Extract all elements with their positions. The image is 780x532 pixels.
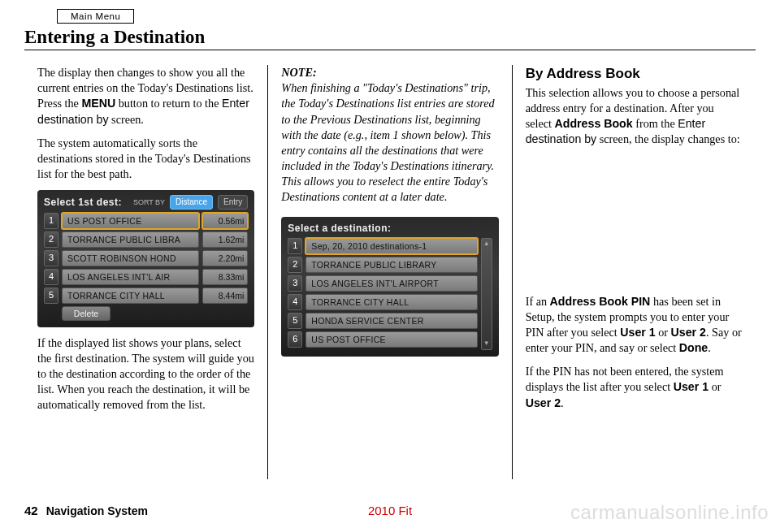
text: screen, the display changes to: (596, 132, 740, 145)
nav-screenshot-2: Select a destination: 1 Sep, 20, 2010 de… (281, 217, 498, 357)
user2-label: User 2 (671, 326, 706, 339)
row-number: 4 (288, 294, 302, 310)
content-columns: The display then changes to show you all… (24, 65, 756, 479)
page-number: 42 (24, 504, 38, 517)
sort-entry-pill[interactable]: Entry (218, 195, 248, 210)
model-year: 2010 Fit (368, 504, 412, 517)
row-name: Sep, 20, 2010 destinations-1 (306, 238, 477, 254)
column-2: NOTE: When finishing a "Today's Destinat… (267, 65, 511, 479)
row-name: TORRANCE PUBLIC LIBRA (62, 231, 199, 248)
note-body: When finishing a "Today's Destinations" … (281, 81, 494, 203)
address-book-label: Address Book (555, 117, 633, 130)
row-number: 6 (288, 331, 302, 348)
row-number: 3 (288, 275, 302, 292)
main-menu-button[interactable]: Main Menu (57, 9, 134, 24)
row-number: 1 (44, 213, 58, 229)
list-item[interactable]: 4 LOS ANGELES INT'L AIR 8.33mi (44, 269, 248, 285)
row-number: 1 (288, 238, 302, 254)
nav-header-label: Select a destination: (288, 222, 391, 235)
text: screen. (109, 113, 144, 126)
row-distance: 2.20mi (202, 250, 248, 266)
col3-para2: If an Address Book PIN has been set in S… (526, 294, 743, 357)
sort-distance-pill[interactable]: Distance (170, 195, 213, 210)
row-name: SCOTT ROBINSON HOND (62, 250, 199, 266)
list-item[interactable]: 1 US POST OFFICE 0.56mi (44, 213, 248, 229)
row-name: LOS ANGELES INT'L AIRPORT (306, 275, 477, 292)
col1-para3: If the displayed list shows your plans, … (37, 335, 254, 413)
text: from the (633, 117, 678, 130)
nav-header-label: Select 1st dest: (44, 196, 122, 209)
column-1: The display then changes to show you all… (24, 65, 267, 479)
row-name: HONDA SERVICE CENTER (306, 313, 477, 329)
list-item[interactable]: 3 LOS ANGELES INT'L AIRPORT (288, 275, 477, 292)
pin-label: Address Book PIN (550, 295, 651, 308)
image-placeholder (526, 156, 743, 294)
col3-para3: If the PIN has not been entered, the sys… (526, 364, 743, 411)
list-item[interactable]: 3 SCOTT ROBINSON HOND 2.20mi (44, 250, 248, 266)
nav-header: Select 1st dest: SORT BY Distance Entry (44, 195, 248, 210)
row-name: TORRANCE CITY HALL (62, 288, 199, 304)
row-distance: 8.44mi (202, 288, 248, 304)
list-item[interactable]: 5 TORRANCE CITY HALL 8.44mi (44, 288, 248, 304)
list-item[interactable]: 4 TORRANCE CITY HALL (288, 294, 477, 310)
col1-para2: The system automatically sorts the desti… (37, 136, 254, 183)
col1-para1: The display then changes to show you all… (37, 65, 254, 128)
list-item[interactable]: 5 HONDA SERVICE CENTER (288, 313, 477, 329)
menu-label: MENU (81, 97, 115, 110)
user1-label: User 1 (620, 326, 655, 339)
row-number: 2 (288, 257, 302, 273)
note-block: NOTE: When finishing a "Today's Destinat… (281, 65, 498, 205)
row-name: US POST OFFICE (62, 213, 199, 229)
row-number: 4 (44, 269, 58, 285)
text: or (656, 326, 671, 339)
subheading-address-book: By Address Book (526, 65, 743, 84)
row-distance: 1.62mi (202, 231, 248, 248)
delete-button[interactable]: Delete (62, 306, 110, 321)
row-distance: 8.33mi (202, 269, 248, 285)
done-label: Done (679, 341, 708, 354)
nav-header: Select a destination: (288, 222, 492, 235)
col3-para1: This selection allows you to choose a pe… (526, 85, 743, 148)
row-number: 3 (44, 250, 58, 266)
row-name: US POST OFFICE (306, 331, 477, 348)
watermark: carmanualsonline.info (570, 501, 769, 524)
page-title: Entering a Destination (24, 27, 756, 50)
row-name: LOS ANGELES INT'L AIR (62, 269, 199, 285)
sort-by-label: SORT BY (133, 197, 165, 207)
column-3: By Address Book This selection allows yo… (512, 65, 756, 479)
nav-screenshot-1: Select 1st dest: SORT BY Distance Entry … (37, 190, 254, 327)
text: . (708, 341, 711, 354)
text: If an (526, 295, 550, 308)
section-name: Navigation System (46, 504, 148, 517)
row-number: 2 (44, 231, 58, 248)
manual-page: Main Menu Entering a Destination The dis… (0, 0, 780, 532)
text: . (561, 396, 564, 409)
list-item[interactable]: 6 US POST OFFICE (288, 331, 477, 348)
list-item[interactable]: 1 Sep, 20, 2010 destinations-1 (288, 238, 477, 254)
list-item[interactable]: 2 TORRANCE PUBLIC LIBRARY (288, 257, 477, 273)
note-label: NOTE: (281, 66, 316, 79)
row-name: TORRANCE PUBLIC LIBRARY (306, 257, 477, 273)
row-number: 5 (44, 288, 58, 304)
text: button to return to the (115, 97, 222, 110)
text: or (708, 380, 721, 393)
user2-label: User 2 (526, 396, 561, 409)
scrollbar[interactable] (481, 238, 492, 350)
list-item[interactable]: 2 TORRANCE PUBLIC LIBRA 1.62mi (44, 231, 248, 248)
row-name: TORRANCE CITY HALL (306, 294, 477, 310)
row-distance: 0.56mi (202, 213, 248, 229)
row-number: 5 (288, 313, 302, 329)
user1-label: User 1 (674, 380, 708, 393)
